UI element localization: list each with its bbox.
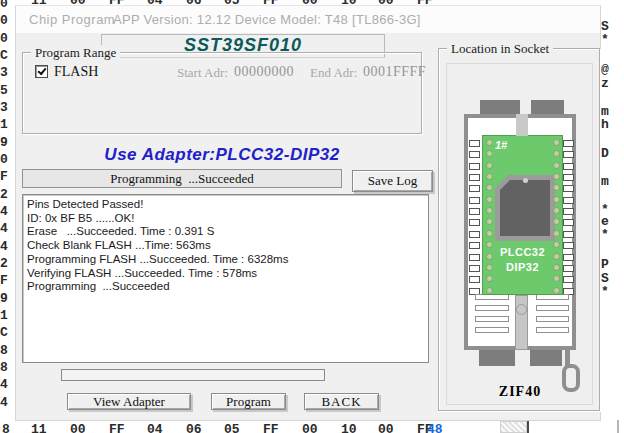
zif-top-tab-right xyxy=(531,100,564,114)
log-line: Verifying FLASH ...Succeeded. Time : 578… xyxy=(27,267,424,281)
hex-byte: F xyxy=(0,169,8,184)
plcc-socket-cavity xyxy=(500,180,550,236)
adapter-pin1-marker: 1# xyxy=(495,139,507,151)
flash-checkbox-label: FLASH xyxy=(54,64,98,80)
save-log-button[interactable]: Save Log xyxy=(352,170,433,192)
adapter-pin-dot xyxy=(486,287,493,294)
adapter-pin-dot xyxy=(486,218,493,225)
adapter-pin-dot xyxy=(553,275,560,282)
hex-byte: 06 xyxy=(186,422,202,433)
adapter-pin-dot xyxy=(486,275,493,282)
ascii-char: * xyxy=(601,32,609,47)
back-button[interactable]: BACK xyxy=(304,393,379,410)
ascii-char: @ xyxy=(601,62,609,77)
ascii-char: D xyxy=(601,146,609,161)
socket-contact-pin xyxy=(469,242,480,249)
zif-bottom-tab-left xyxy=(479,350,515,366)
log-line: ID: 0x BF B5 ......OK! xyxy=(27,212,424,226)
location-in-socket-group: Location in Socket 1# PLCC32 DIP32 ZIF40 xyxy=(438,48,600,411)
background-scrollbar-edge xyxy=(617,420,619,433)
adapter-pin-dot xyxy=(486,196,493,203)
zif-center-screw-icon xyxy=(516,304,527,315)
program-range-group: Program Range FLASH Start Adr: 00000000 … xyxy=(22,52,422,134)
program-range-label: Program Range xyxy=(31,45,120,60)
hex-byte: 9 xyxy=(0,135,8,150)
adapter-pin-dot xyxy=(553,264,560,271)
socket-contact-pin xyxy=(563,231,574,238)
adapter-pin-dot xyxy=(486,230,493,237)
socket-contact-pin xyxy=(563,208,574,215)
hex-byte: 4 xyxy=(0,395,8,410)
plcc-socket-icon xyxy=(495,175,555,241)
hex-byte: C xyxy=(0,325,8,340)
hex-byte: 00 xyxy=(70,422,86,433)
socket-empty-slot xyxy=(536,327,569,333)
end-adr-value: 0001FFFF xyxy=(363,64,426,80)
socket-contact-pin xyxy=(469,254,480,261)
zif-top-tab-left xyxy=(480,100,520,114)
log-output-area[interactable]: Pins Detected Passed!ID: 0x BF B5 ......… xyxy=(22,194,429,363)
hex-byte: 0 xyxy=(0,152,8,167)
socket-contact-pin xyxy=(563,276,574,283)
socket-contact-pin xyxy=(469,185,480,192)
use-adapter-banner: Use Adapter:PLCC32-DIP32 xyxy=(22,145,422,165)
view-adapter-button[interactable]: View Adapter xyxy=(67,393,191,410)
socket-contact-pin xyxy=(563,242,574,249)
adapter-pin-dot xyxy=(553,287,560,294)
socket-contact-pin xyxy=(469,151,480,158)
socket-contact-pin xyxy=(469,265,480,272)
hex-byte: F xyxy=(0,273,8,288)
socket-contact-pin xyxy=(469,174,480,181)
hex-byte: 3 xyxy=(0,65,8,80)
flash-checkbox[interactable] xyxy=(35,65,48,78)
hex-byte: 0 xyxy=(0,0,8,11)
chip-program-dialog: Chip Program APP Version: 12.12 Device M… xyxy=(15,5,601,421)
hex-byte: 2 xyxy=(0,187,8,202)
hex-byte: 8 xyxy=(2,422,10,433)
plcc-pin1-dot xyxy=(523,178,528,183)
background-scrollbar-thumb xyxy=(500,421,527,433)
log-line: Erase ...Succeeded. Time : 0.391 S xyxy=(27,225,424,239)
socket-contact-pin xyxy=(563,265,574,272)
hex-byte: 3 xyxy=(0,100,8,115)
ascii-char: * xyxy=(601,227,609,242)
adapter-pin-dot xyxy=(553,196,560,203)
program-button[interactable]: Program xyxy=(211,393,286,410)
adapter-pin-dot xyxy=(553,184,560,191)
check-icon xyxy=(38,66,47,75)
hex-byte: 5 xyxy=(0,83,8,98)
socket-contact-pin xyxy=(563,254,574,261)
hex-byte: 1 xyxy=(0,308,8,323)
zif-socket-label: ZIF40 xyxy=(464,384,576,400)
adapter-pin-dot xyxy=(486,150,493,157)
location-in-socket-label: Location in Socket xyxy=(447,41,553,56)
status-progress-bar: Programming ...Succeeded xyxy=(22,169,342,188)
hex-byte: 8 xyxy=(0,360,8,375)
ascii-char: m xyxy=(601,174,609,189)
hex-byte: 1 xyxy=(0,117,8,132)
socket-contact-pin xyxy=(563,219,574,226)
hex-byte: C xyxy=(0,48,8,63)
adapter-pin-dot xyxy=(486,184,493,191)
dialog-titlebar: Chip Program APP Version: 12.12 Device M… xyxy=(16,6,600,33)
adapter-pin-dot xyxy=(553,173,560,180)
adapter-pin-dot xyxy=(553,218,560,225)
screen: { "window": { "title": "Chip Program", "… xyxy=(0,0,624,433)
hex-byte: 05 xyxy=(224,422,240,433)
hex-byte: 00 xyxy=(302,422,318,433)
hex-byte: 9 xyxy=(0,291,8,306)
adapter-pin-dot xyxy=(553,207,560,214)
start-adr-label: Start Adr: xyxy=(177,65,228,81)
hex-byte: 00 xyxy=(378,422,394,433)
hex-byte: 8 xyxy=(0,343,8,358)
zif-top-notch xyxy=(516,114,528,136)
log-line: Programming FLASH ...Succeeded. Time : 6… xyxy=(27,253,424,267)
background-window-edge xyxy=(527,420,529,433)
socket-contact-pin xyxy=(469,208,480,215)
overall-progress-bar xyxy=(61,369,325,381)
adapter-pin-dot xyxy=(553,150,560,157)
socket-contact-pin xyxy=(563,174,574,181)
adapter-name-line2: DIP32 xyxy=(483,261,562,273)
adapter-pin-dot xyxy=(486,162,493,169)
ascii-char: h xyxy=(601,117,609,132)
